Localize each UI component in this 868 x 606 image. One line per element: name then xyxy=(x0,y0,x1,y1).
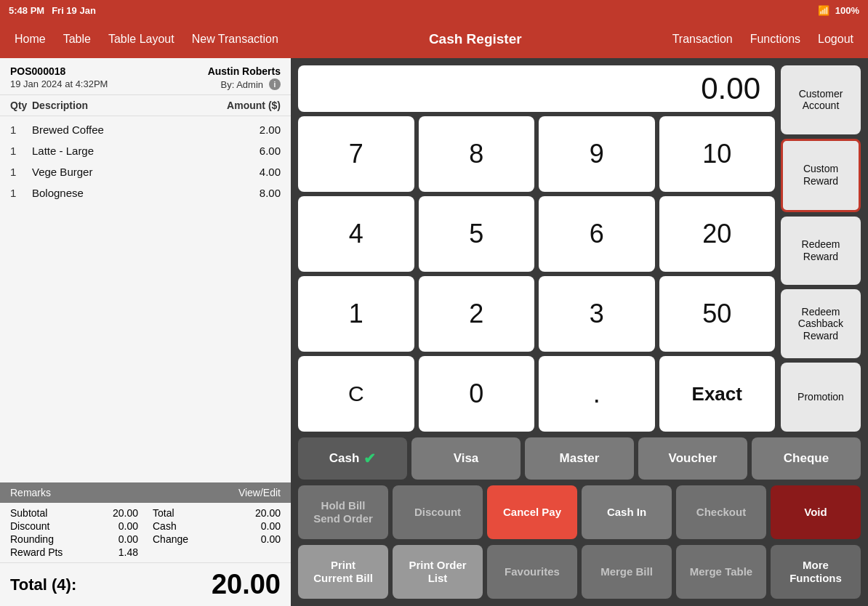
main-layout: POS000018 Austin Roberts 19 Jan 2024 at … xyxy=(0,58,868,606)
side-btn-promotion[interactable]: Promotion xyxy=(781,363,861,432)
bottom-buttons-row1: Hold Bill Send OrderDiscountCancel PayCa… xyxy=(298,485,861,539)
pos-id: POS000018 xyxy=(10,65,65,77)
payment-label: Visa xyxy=(454,451,479,466)
bottom-btn-more-functions[interactable]: More Functions xyxy=(771,545,861,599)
numpad-btn-4[interactable]: 4 xyxy=(298,196,414,272)
rounding-label: Rounding xyxy=(10,533,54,545)
subtotal-value: 20.00 xyxy=(113,507,138,519)
bottom-btn-print-order[interactable]: Print Order List xyxy=(393,545,483,599)
nav-functions[interactable]: Functions xyxy=(750,33,800,46)
payment-label: Cash xyxy=(329,451,360,466)
numpad-btn-50[interactable]: 50 xyxy=(659,276,776,352)
side-btn-custom-reward[interactable]: Custom Reward xyxy=(781,139,861,212)
view-edit-button[interactable]: View/Edit xyxy=(238,487,281,498)
cash-label: Cash xyxy=(153,520,177,532)
col-desc-header: Description xyxy=(32,100,227,111)
col-amt-header: Amount ($) xyxy=(227,100,281,111)
list-item[interactable]: 1 Bolognese 8.00 xyxy=(0,182,291,203)
bottom-btn-merge-bill[interactable]: Merge Bill xyxy=(582,545,672,599)
bottom-btn-cash-in[interactable]: Cash In xyxy=(582,485,672,539)
status-bar: 5:48 PM Fri 19 Jan 📶 100% xyxy=(0,0,868,20)
nav-logout[interactable]: Logout xyxy=(818,33,853,46)
item-qty: 1 xyxy=(10,187,32,199)
side-btn-redeem-cashback[interactable]: Redeem Cashback Reward xyxy=(781,289,861,358)
battery-display: 100% xyxy=(835,5,859,16)
total-label: Total xyxy=(153,507,174,519)
col-qty-header: Qty xyxy=(10,100,32,111)
total-value: 20.00 xyxy=(255,507,281,519)
list-item[interactable]: 1 Latte - Large 6.00 xyxy=(0,140,291,161)
cash-value: 0.00 xyxy=(261,520,281,532)
grand-total-section: Total (4): 20.00 xyxy=(0,562,291,606)
numpad-btn-1[interactable]: 1 xyxy=(298,276,414,352)
item-qty: 1 xyxy=(10,166,32,178)
payment-btn-voucher[interactable]: Voucher xyxy=(638,437,747,480)
bottom-btn-void[interactable]: Void xyxy=(771,485,861,539)
item-amount: 4.00 xyxy=(260,166,281,178)
reward-pts-value: 1.48 xyxy=(118,546,138,558)
check-icon: ✔ xyxy=(363,450,376,467)
payment-btn-cash[interactable]: Cash✔ xyxy=(298,437,407,480)
bottom-btn-discount[interactable]: Discount xyxy=(393,485,483,539)
item-description: Vege Burger xyxy=(32,166,260,178)
receipt-date: 19 Jan 2024 at 4:32PM xyxy=(10,78,108,90)
bottom-btn-favourites[interactable]: Favourites xyxy=(487,545,577,599)
change-row: Change 0.00 xyxy=(153,533,281,545)
info-icon[interactable]: i xyxy=(269,78,281,90)
total-row: Total 20.00 xyxy=(153,507,281,519)
amount-display: 0.00 xyxy=(298,65,775,112)
nav-right: Transaction Functions Logout xyxy=(672,33,853,46)
bottom-btn-hold-bill[interactable]: Hold Bill Send Order xyxy=(298,485,388,539)
nav-table[interactable]: Table xyxy=(63,33,91,46)
item-amount: 6.00 xyxy=(260,145,281,157)
nav-new-transaction[interactable]: New Transaction xyxy=(192,33,278,46)
numpad-btn-0[interactable]: 0 xyxy=(419,356,535,432)
numpad-grid: 789104562012350C0.Exact xyxy=(298,116,775,432)
numpad-btn-.[interactable]: . xyxy=(539,356,655,432)
numpad-btn-20[interactable]: 20 xyxy=(659,196,776,272)
date-display: Fri 19 Jan xyxy=(52,5,96,16)
numpad-btn-10[interactable]: 10 xyxy=(659,116,776,192)
item-amount: 2.00 xyxy=(260,124,281,136)
payment-methods-row: Cash✔VisaMasterVoucherCheque xyxy=(298,437,861,480)
receipt-panel: POS000018 Austin Roberts 19 Jan 2024 at … xyxy=(0,58,291,606)
numpad-area: 0.00 789104562012350C0.Exact Customer Ac… xyxy=(298,65,861,432)
payment-btn-visa[interactable]: Visa xyxy=(411,437,521,480)
list-item[interactable]: 1 Vege Burger 4.00 xyxy=(0,161,291,182)
item-qty: 1 xyxy=(10,145,32,157)
numpad-btn-5[interactable]: 5 xyxy=(419,196,535,272)
numpad-btn-c[interactable]: C xyxy=(298,356,414,432)
receipt-items-list: 1 Brewed Coffee 2.00 1 Latte - Large 6.0… xyxy=(0,116,291,482)
nav-transaction[interactable]: Transaction xyxy=(672,33,733,46)
numpad-btn-6[interactable]: 6 xyxy=(539,196,655,272)
bottom-buttons-row2: Print Current BillPrint Order ListFavour… xyxy=(298,545,861,599)
discount-label: Discount xyxy=(10,520,49,532)
nav-table-layout[interactable]: Table Layout xyxy=(108,33,174,46)
bottom-btn-print-current[interactable]: Print Current Bill xyxy=(298,545,388,599)
payment-btn-master[interactable]: Master xyxy=(525,437,634,480)
wifi-icon: 📶 xyxy=(818,5,829,16)
payment-btn-cheque[interactable]: Cheque xyxy=(752,437,861,480)
grand-total-amount: 20.00 xyxy=(212,569,281,600)
item-description: Bolognese xyxy=(32,187,260,199)
item-description: Brewed Coffee xyxy=(32,124,260,136)
reward-pts-row: Reward Pts 1.48 xyxy=(10,546,138,558)
numpad-btn-7[interactable]: 7 xyxy=(298,116,414,192)
time-display: 5:48 PM xyxy=(9,5,44,16)
numpad-btn-3[interactable]: 3 xyxy=(539,276,655,352)
side-btn-customer-account[interactable]: Customer Account xyxy=(781,65,861,134)
list-item[interactable]: 1 Brewed Coffee 2.00 xyxy=(0,119,291,140)
numpad-btn-2[interactable]: 2 xyxy=(419,276,535,352)
nav-home[interactable]: Home xyxy=(15,33,46,46)
receipt-by: By: Admin xyxy=(220,79,263,90)
numpad-btn-exact[interactable]: Exact xyxy=(659,356,776,432)
receipt-header: POS000018 Austin Roberts 19 Jan 2024 at … xyxy=(0,58,291,95)
subtotal-row: Subtotal 20.00 xyxy=(10,507,138,519)
bottom-btn-merge-table[interactable]: Merge Table xyxy=(676,545,766,599)
rounding-row: Rounding 0.00 xyxy=(10,533,138,545)
bottom-btn-checkout[interactable]: Checkout xyxy=(676,485,766,539)
bottom-btn-cancel-pay[interactable]: Cancel Pay xyxy=(487,485,577,539)
numpad-btn-9[interactable]: 9 xyxy=(539,116,655,192)
numpad-btn-8[interactable]: 8 xyxy=(419,116,535,192)
side-btn-redeem-reward[interactable]: Redeem Reward xyxy=(781,217,861,286)
